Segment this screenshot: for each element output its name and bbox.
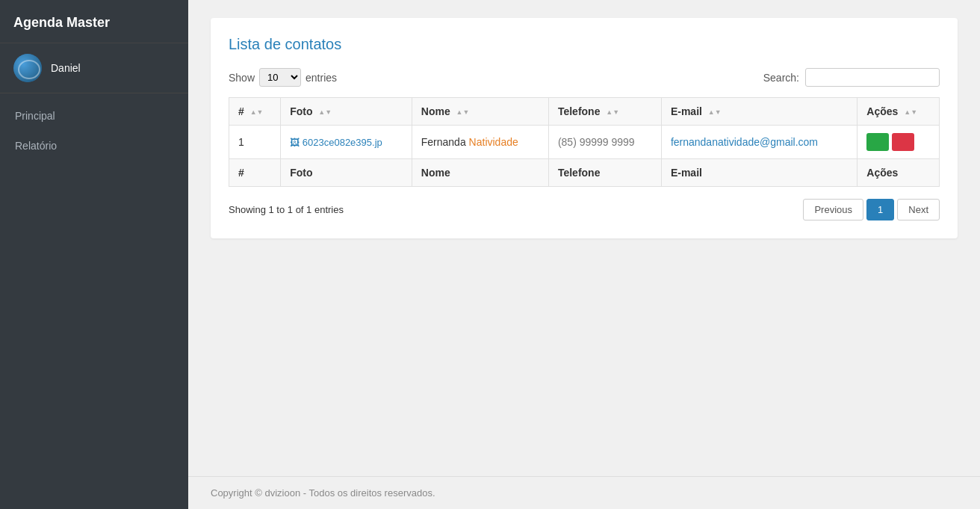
foot-col-acoes: Ações — [858, 159, 940, 187]
sidebar: Agenda Master Daniel Principal Relatório — [0, 0, 188, 509]
footer: Copyright © dvizioon - Todos os direitos… — [188, 476, 980, 509]
search-area: Search: — [763, 68, 940, 87]
page-title: Lista de contatos — [229, 36, 940, 53]
avatar-globe-icon — [13, 54, 42, 82]
showing-suffix: entries — [311, 204, 344, 215]
sort-icon-num[interactable]: ▲▼ — [250, 109, 264, 116]
sidebar-nav: Principal Relatório — [0, 93, 188, 509]
cell-acoes — [858, 126, 940, 159]
sidebar-item-label-principal: Principal — [15, 110, 55, 122]
pagination-controls: Previous 1 Next — [803, 199, 940, 220]
cell-telefone: (85) 99999 9999 — [548, 126, 661, 159]
table-footer-row: # Foto Nome Telefone E-mail — [229, 159, 940, 187]
foot-col-foto: Foto — [281, 159, 412, 187]
showing-middle: of — [293, 204, 306, 215]
entries-select[interactable]: 10 25 50 100 — [259, 68, 301, 87]
foot-col-num: # — [229, 159, 281, 187]
next-button[interactable]: Next — [897, 199, 940, 220]
email-link[interactable]: fernandanatividade@gmail.com — [671, 136, 818, 148]
app-title: Agenda Master — [0, 0, 188, 43]
delete-button[interactable] — [892, 133, 914, 151]
search-label: Search: — [763, 72, 799, 84]
col-header-nome: Nome ▲▼ — [412, 98, 548, 126]
sort-icon-acoes[interactable]: ▲▼ — [904, 109, 917, 116]
nome-second: Natividade — [469, 136, 518, 148]
search-input[interactable] — [805, 68, 940, 87]
username-label: Daniel — [51, 62, 81, 74]
sidebar-item-principal[interactable]: Principal — [0, 101, 188, 131]
table-header-row: # ▲▼ Foto ▲▼ Nome ▲▼ Telefone — [229, 98, 940, 126]
page-1-button[interactable]: 1 — [866, 199, 894, 220]
sort-icon-nome[interactable]: ▲▼ — [456, 109, 470, 116]
user-section: Daniel — [0, 43, 188, 93]
col-header-email: E-mail ▲▼ — [661, 98, 857, 126]
sidebar-item-relatorio[interactable]: Relatório — [0, 131, 188, 161]
entries-label: entries — [306, 72, 337, 84]
showing-range: 1 to 1 — [268, 204, 293, 215]
showing-prefix: Showing — [229, 204, 268, 215]
contacts-table: # ▲▼ Foto ▲▼ Nome ▲▼ Telefone — [229, 97, 940, 187]
sort-icon-email[interactable]: ▲▼ — [708, 109, 722, 116]
previous-button[interactable]: Previous — [803, 199, 863, 220]
foot-col-telefone: Telefone — [548, 159, 661, 187]
foot-col-nome: Nome — [412, 159, 548, 187]
table-row: 1 🖼 6023ce082e395.jp Fernanda Natividade — [229, 126, 940, 159]
pagination-area: Showing 1 to 1 of 1 entries Previous 1 N… — [229, 199, 940, 220]
content-area: Lista de contatos Show 10 25 50 100 entr… — [188, 0, 980, 476]
actions-cell — [866, 133, 930, 151]
footer-text: Copyright © dvizioon - Todos os direitos… — [211, 487, 435, 499]
foot-col-email: E-mail — [661, 159, 857, 187]
cell-nome: Fernanda Natividade — [412, 126, 548, 159]
nome-first: Fernanda — [421, 136, 469, 148]
showing-text: Showing 1 to 1 of 1 entries — [229, 204, 344, 215]
cell-num: 1 — [229, 126, 281, 159]
avatar — [13, 54, 42, 82]
edit-button[interactable] — [866, 133, 889, 151]
cell-email: fernandanatividade@gmail.com — [661, 126, 857, 159]
sidebar-item-label-relatorio: Relatório — [15, 140, 57, 152]
show-label: Show — [229, 72, 255, 84]
sort-icon-telefone[interactable]: ▲▼ — [606, 109, 619, 116]
foto-link[interactable]: 🖼 6023ce082e395.jp — [290, 137, 382, 148]
col-header-telefone: Telefone ▲▼ — [548, 98, 661, 126]
table-controls: Show 10 25 50 100 entries Search: — [229, 68, 940, 87]
card: Lista de contatos Show 10 25 50 100 entr… — [211, 18, 958, 238]
show-entries-control: Show 10 25 50 100 entries — [229, 68, 337, 87]
col-header-foto: Foto ▲▼ — [281, 98, 412, 126]
foto-icon: 🖼 — [290, 137, 300, 148]
cell-foto: 🖼 6023ce082e395.jp — [281, 126, 412, 159]
main-content: Lista de contatos Show 10 25 50 100 entr… — [188, 0, 980, 509]
col-header-acoes: Ações ▲▼ — [858, 98, 940, 126]
col-header-num: # ▲▼ — [229, 98, 281, 126]
sort-icon-foto[interactable]: ▲▼ — [318, 109, 332, 116]
